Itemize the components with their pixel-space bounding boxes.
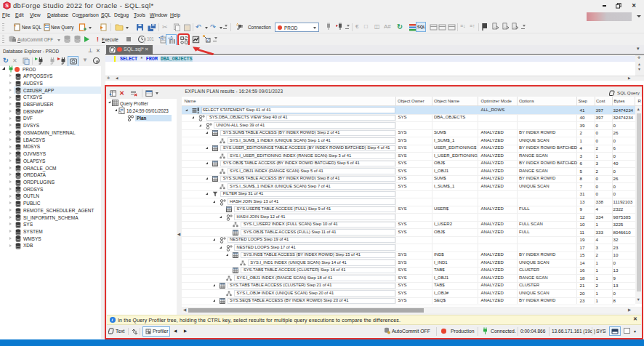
- svg-text:2: 2: [206, 37, 209, 42]
- svg-text:S: S: [5, 3, 9, 8]
